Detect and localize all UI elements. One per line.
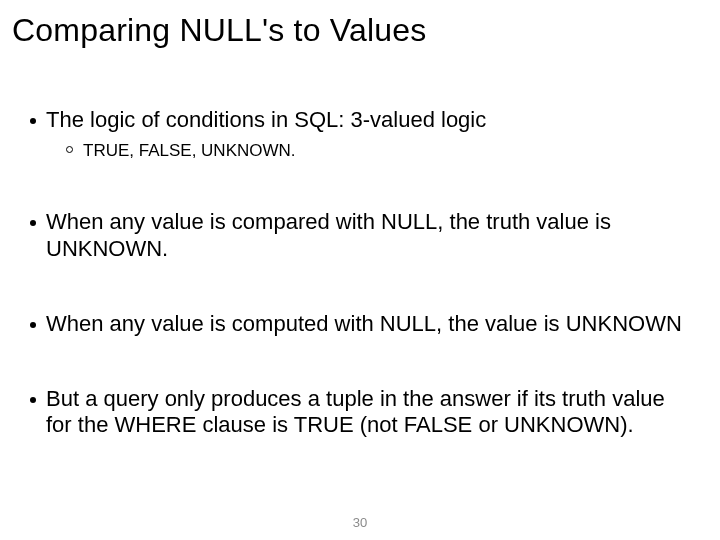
bullet-dot-icon xyxy=(30,118,36,124)
bullet-item: The logic of conditions in SQL: 3-valued… xyxy=(30,107,692,134)
bullet-text: But a query only produces a tuple in the… xyxy=(46,386,692,440)
bullet-text: When any value is computed with NULL, th… xyxy=(46,311,692,338)
bullet-circle-icon xyxy=(66,146,73,153)
bullet-item: When any value is computed with NULL, th… xyxy=(30,311,692,338)
bullet-dot-icon xyxy=(30,397,36,403)
bullet-item: But a query only produces a tuple in the… xyxy=(30,386,692,440)
page-number: 30 xyxy=(0,515,720,530)
slide: Comparing NULL's to Values The logic of … xyxy=(0,0,720,540)
sub-bullet-item: TRUE, FALSE, UNKNOWN. xyxy=(66,140,692,161)
bullet-item: When any value is compared with NULL, th… xyxy=(30,209,692,263)
bullet-dot-icon xyxy=(30,322,36,328)
bullet-dot-icon xyxy=(30,220,36,226)
bullet-text: The logic of conditions in SQL: 3-valued… xyxy=(46,107,692,134)
slide-title: Comparing NULL's to Values xyxy=(12,12,692,49)
sub-bullet-text: TRUE, FALSE, UNKNOWN. xyxy=(83,140,692,161)
slide-content: The logic of conditions in SQL: 3-valued… xyxy=(28,107,692,439)
bullet-text: When any value is compared with NULL, th… xyxy=(46,209,692,263)
